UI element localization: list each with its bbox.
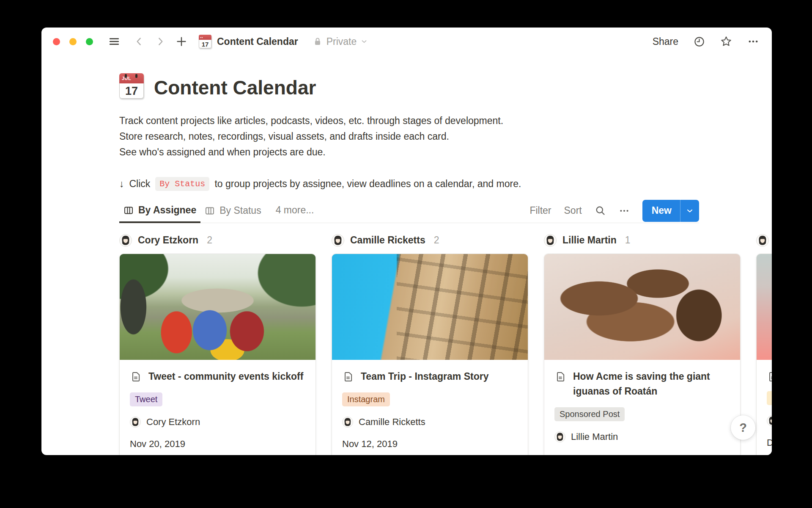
assignee-name: Lillie Martin <box>571 431 618 442</box>
lock-icon <box>313 36 323 47</box>
column-name: Camille Ricketts <box>350 235 425 246</box>
column-header[interactable]: Camille Ricketts 2 <box>332 232 528 248</box>
sort-button[interactable]: Sort <box>564 205 582 216</box>
page-favicon-calendar-icon: ●● 17 <box>199 35 211 48</box>
forward-icon[interactable] <box>155 36 166 47</box>
column-name: Lillie Martin <box>562 235 617 246</box>
breadcrumb-title: Content Calendar <box>217 36 298 47</box>
hint-line: ↓ Click By Status to group projects by a… <box>119 177 772 191</box>
board-column-lillie: Lillie Martin 1 How Acme is saving the g… <box>544 232 741 455</box>
more-options-icon[interactable] <box>747 36 759 47</box>
card-assignee: Camille Ricketts <box>342 417 518 428</box>
card-date: Nov 20, 2019 <box>130 439 305 450</box>
close-button[interactable] <box>53 38 60 45</box>
new-button[interactable]: New <box>642 200 680 222</box>
card-title: Tweet - community events kickoff <box>148 369 303 384</box>
card-date: Nov 12, 2019 <box>554 453 730 455</box>
zoom-button[interactable] <box>86 38 93 45</box>
tag-tweet: Tweet <box>130 392 162 406</box>
page-description: Track content projects like articles, po… <box>119 113 772 160</box>
calendar-icon-month: JUL <box>119 73 144 83</box>
board-column-cory: Cory Etzkorn 2 Tweet - community events … <box>119 232 316 455</box>
more-views-button[interactable]: 4 more... <box>276 204 314 217</box>
card-assignee: Cory Etzkorn <box>130 417 305 428</box>
card-cover-building-photo <box>332 254 528 360</box>
minimize-button[interactable] <box>69 38 77 45</box>
column-header[interactable] <box>756 232 772 248</box>
filter-button[interactable]: Filter <box>529 205 551 216</box>
description-line: Store research, notes, recordings, visua… <box>119 129 772 144</box>
tab-label: By Assignee <box>138 204 196 216</box>
search-icon[interactable] <box>595 205 606 216</box>
kanban-board: Cory Etzkorn 2 Tweet - community events … <box>119 232 772 455</box>
card-date: Nov 12, 2019 <box>342 439 518 450</box>
column-header[interactable]: Cory Etzkorn 2 <box>119 232 316 248</box>
traffic-lights <box>53 38 93 45</box>
hint-suffix: to group projects by assignee, view dead… <box>214 178 521 190</box>
avatar <box>544 234 557 247</box>
avatar <box>342 417 353 428</box>
updates-clock-icon[interactable] <box>694 36 705 47</box>
card-iguanas[interactable]: How Acme is saving the giant iguanas of … <box>544 254 741 455</box>
tag-video: V <box>767 391 772 405</box>
tag-sponsored-post: Sponsored Post <box>554 407 625 421</box>
window-toolbar: ●● 17 Content Calendar Private Share <box>41 28 772 55</box>
card-cover-iguanas-photo <box>544 254 740 360</box>
notion-window: ●● 17 Content Calendar Private Share <box>41 28 772 455</box>
board-view-icon <box>123 205 134 215</box>
card-tweet-community-events[interactable]: Tweet - community events kickoff Tweet C… <box>119 254 316 455</box>
new-page-icon[interactable] <box>175 35 188 48</box>
toolbar-actions: Share <box>653 36 759 47</box>
view-bar: By Assignee By Status 4 more... Filter S… <box>119 199 699 223</box>
back-icon[interactable] <box>134 36 145 47</box>
share-button[interactable]: Share <box>653 36 678 47</box>
chevron-down-icon <box>360 38 368 45</box>
sidebar-menu-icon[interactable] <box>108 36 120 47</box>
card-title: How Acme is saving the giant iguanas of … <box>573 369 730 399</box>
column-count: 2 <box>207 235 212 246</box>
tab-label: By Status <box>219 205 261 216</box>
column-header[interactable]: Lillie Martin 1 <box>544 232 741 248</box>
card-date: D <box>767 437 772 448</box>
view-actions: Filter Sort New <box>529 200 699 222</box>
card-cover-festival-photo <box>120 254 315 360</box>
card-team-trip[interactable]: Team Trip - Instagram Story Instagram Ca… <box>332 254 528 455</box>
tab-by-assignee[interactable]: By Assignee <box>119 199 200 223</box>
breadcrumb[interactable]: ●● 17 Content Calendar <box>199 35 298 48</box>
avatar <box>756 234 769 247</box>
new-split-button: New <box>642 200 699 222</box>
document-icon <box>554 371 566 383</box>
card-title: Team Trip - Instagram Story <box>361 369 488 384</box>
assignee-name: Camille Ricketts <box>359 417 425 428</box>
avatar <box>332 234 344 247</box>
down-arrow-glyph: ↓ <box>119 178 124 190</box>
favorite-star-icon[interactable] <box>720 36 732 47</box>
view-options-icon[interactable] <box>619 205 630 216</box>
help-button[interactable]: ? <box>731 415 755 440</box>
document-icon <box>767 371 772 383</box>
hint-prefix: Click <box>129 178 151 190</box>
privacy-label: Private <box>326 36 357 47</box>
board-column-partial: V D <box>756 232 772 455</box>
page-calendar-icon[interactable]: JUL 17 <box>119 73 144 99</box>
description-line: Track content projects like articles, po… <box>119 113 772 129</box>
new-dropdown-chevron-icon[interactable] <box>680 200 699 222</box>
page-content: JUL 17 Content Calendar Track content pr… <box>41 55 772 455</box>
assignee-name: Cory Etzkorn <box>146 417 200 428</box>
card-assignee: Lillie Martin <box>554 431 730 442</box>
board-view-icon <box>205 206 215 216</box>
card-assignee <box>767 415 772 426</box>
column-name: Cory Etzkorn <box>138 235 198 246</box>
avatar <box>130 417 141 428</box>
column-count: 2 <box>434 235 439 246</box>
document-icon <box>130 371 142 383</box>
tab-by-status[interactable]: By Status <box>200 199 265 223</box>
column-count: 1 <box>625 235 631 246</box>
page-header: JUL 17 Content Calendar <box>119 73 772 99</box>
privacy-dropdown[interactable]: Private <box>313 36 368 47</box>
page-title: Content Calendar <box>154 77 316 99</box>
document-icon <box>342 371 354 383</box>
description-line: See who's assigned and when projects are… <box>119 144 772 160</box>
tag-instagram: Instagram <box>342 392 390 406</box>
card-partial[interactable]: V D <box>756 254 772 455</box>
